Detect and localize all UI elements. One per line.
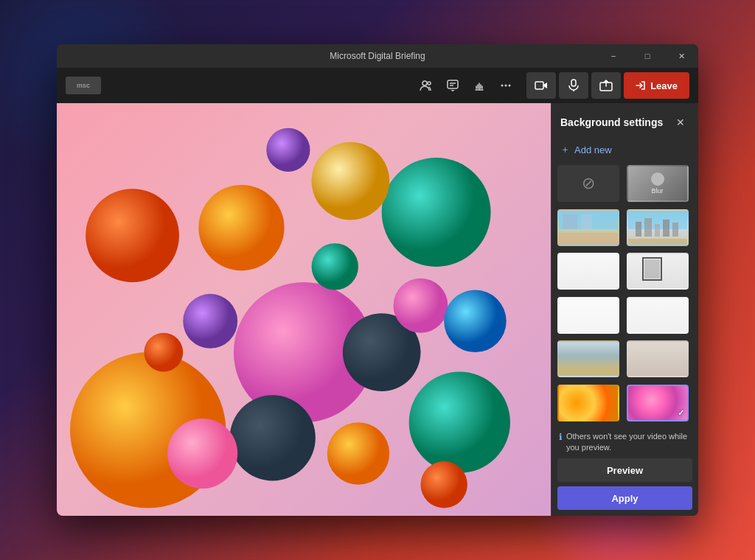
- bg-option-office1[interactable]: [557, 209, 619, 246]
- svg-point-19: [230, 395, 316, 480]
- people-icon[interactable]: [414, 74, 438, 97]
- svg-rect-36: [644, 218, 652, 237]
- app-logo: msc: [66, 77, 101, 94]
- svg-rect-8: [535, 82, 543, 89]
- background-grid: ⊘ Blur: [552, 165, 698, 425]
- svg-point-18: [409, 372, 510, 473]
- info-text-container: ℹ Others won't see your video while you …: [557, 431, 692, 452]
- panel-bottom: ℹ Others won't see your video while you …: [552, 425, 698, 516]
- maximize-button[interactable]: □: [630, 44, 664, 68]
- info-label: Others won't see your video while you pr…: [566, 431, 691, 452]
- video-background: [57, 103, 551, 516]
- blur-label: Blur: [651, 187, 663, 195]
- svg-rect-31: [563, 214, 577, 229]
- chat-icon[interactable]: [441, 74, 465, 97]
- camera-button[interactable]: [526, 72, 556, 99]
- video-area: [57, 103, 551, 516]
- mic-button[interactable]: [559, 72, 588, 99]
- svg-rect-39: [672, 223, 678, 237]
- panel-close-button[interactable]: ✕: [672, 113, 689, 131]
- city-illustration: [628, 211, 689, 246]
- blur-person-icon: [651, 172, 664, 186]
- svg-rect-37: [655, 224, 660, 237]
- svg-point-1: [428, 82, 431, 85]
- svg-point-28: [444, 290, 507, 353]
- close-button[interactable]: ✕: [664, 44, 698, 68]
- svg-point-22: [198, 185, 284, 270]
- bg-option-city[interactable]: [627, 209, 689, 246]
- svg-rect-2: [448, 80, 458, 88]
- title-bar: Microsoft Digital Briefing − □ ✕: [57, 44, 698, 68]
- svg-point-0: [422, 81, 427, 85]
- panel-header: Background settings ✕: [552, 103, 698, 139]
- svg-rect-32: [581, 214, 592, 229]
- framed-illustration: [628, 254, 689, 290]
- svg-point-23: [312, 243, 358, 290]
- preview-button[interactable]: Preview: [557, 458, 692, 482]
- balls-visualization: [57, 103, 551, 516]
- bg-option-modern-office[interactable]: [557, 340, 619, 377]
- minimize-button[interactable]: −: [596, 44, 630, 68]
- svg-point-14: [382, 158, 491, 267]
- raise-hand-icon[interactable]: [467, 74, 491, 97]
- toolbar: msc: [57, 68, 698, 103]
- apply-button[interactable]: Apply: [557, 486, 692, 510]
- background-settings-panel: Background settings ✕ ＋ Add new ⊘ Blur: [551, 103, 698, 516]
- bg-option-white-room[interactable]: [557, 253, 619, 290]
- add-new-label: Add new: [574, 144, 612, 155]
- svg-rect-35: [636, 222, 641, 237]
- meeting-controls: Leave: [526, 72, 689, 99]
- svg-point-27: [144, 333, 183, 372]
- svg-point-29: [420, 461, 467, 508]
- svg-point-25: [327, 422, 390, 485]
- bg-option-white-wall[interactable]: [627, 297, 689, 334]
- svg-rect-9: [571, 80, 576, 86]
- add-new-button[interactable]: ＋ Add new: [552, 139, 698, 165]
- svg-point-17: [312, 142, 390, 220]
- window-controls: − □ ✕: [596, 44, 698, 68]
- window-title: Microsoft Digital Briefing: [330, 51, 425, 61]
- none-icon: ⊘: [582, 174, 595, 193]
- toolbar-icons: [414, 74, 518, 97]
- svg-rect-33: [559, 233, 619, 246]
- desktop-background: Microsoft Digital Briefing − □ ✕ msc: [0, 0, 755, 560]
- svg-rect-38: [663, 220, 669, 237]
- office1-illustration: [559, 211, 619, 246]
- leave-label: Leave: [650, 80, 678, 91]
- svg-point-5: [501, 85, 504, 87]
- share-screen-button[interactable]: [591, 72, 621, 99]
- svg-point-21: [167, 419, 237, 489]
- svg-point-6: [505, 85, 507, 87]
- bg-option-blur[interactable]: Blur: [627, 165, 689, 202]
- bg-option-none[interactable]: ⊘: [557, 165, 619, 202]
- bg-option-curtain[interactable]: [627, 340, 689, 377]
- svg-rect-40: [628, 239, 689, 246]
- leave-button[interactable]: Leave: [624, 72, 689, 99]
- add-icon: ＋: [560, 143, 570, 156]
- app-window: Microsoft Digital Briefing − □ ✕ msc: [57, 44, 698, 516]
- panel-title: Background settings: [560, 116, 663, 128]
- svg-point-15: [183, 294, 237, 349]
- svg-point-16: [86, 189, 179, 282]
- svg-point-7: [509, 85, 511, 87]
- more-options-icon[interactable]: [494, 74, 518, 97]
- svg-rect-42: [644, 259, 660, 279]
- info-icon: ℹ: [559, 432, 563, 442]
- svg-point-26: [266, 128, 310, 172]
- bg-option-balls-pink[interactable]: [627, 385, 689, 421]
- bg-option-balls-orange[interactable]: [557, 385, 619, 421]
- bg-option-framed[interactable]: [627, 253, 689, 290]
- main-content: Background settings ✕ ＋ Add new ⊘ Blur: [57, 103, 698, 516]
- svg-point-24: [394, 279, 448, 333]
- bg-option-white-minimal[interactable]: [557, 297, 619, 334]
